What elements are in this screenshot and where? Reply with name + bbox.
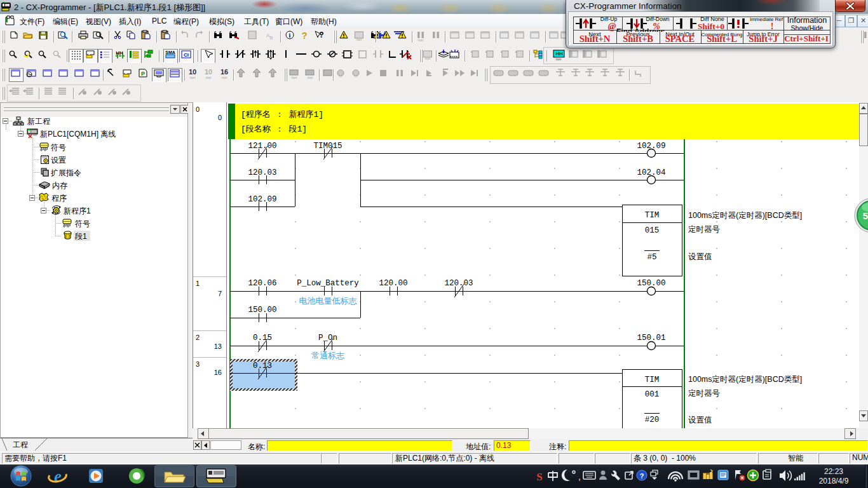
svg-text:100ms定时器(定时器)[BCD类型]: 100ms定时器(定时器)[BCD类型] [688, 375, 802, 384]
svg-text:Immediate Ref: Immediate Ref [750, 17, 783, 22]
svg-text:ron: ron [356, 37, 362, 41]
svg-text:定时器号: 定时器号 [688, 389, 720, 398]
svg-text:CI: CI [184, 52, 189, 58]
svg-text:0: 0 [218, 114, 222, 121]
svg-text:?: ? [319, 30, 323, 39]
svg-text:22:23: 22:23 [824, 467, 843, 476]
svg-text:P: P [141, 71, 145, 77]
svg-text:3: 3 [196, 360, 200, 368]
svg-text:P_On: P_On [318, 334, 337, 342]
svg-text:Shift+J: Shift+J [749, 34, 777, 44]
svg-text:TIM: TIM [645, 211, 660, 220]
svg-text:?: ? [640, 472, 644, 480]
svg-text:TIM: TIM [645, 376, 660, 384]
svg-text:120.00: 120.00 [379, 279, 407, 288]
svg-text:Show/Hide: Show/Hide [791, 24, 824, 32]
svg-text:Shift+0: Shift+0 [698, 22, 724, 31]
svg-text:S: S [536, 471, 542, 483]
svg-text:102.09: 102.09 [637, 142, 665, 151]
svg-text:%: % [653, 22, 660, 31]
svg-text:常通标志: 常通标志 [311, 351, 344, 360]
svg-text:P_Low_Battery: P_Low_Battery [297, 279, 359, 288]
svg-text:设置值: 设置值 [688, 416, 712, 424]
svg-text:ron: ron [222, 76, 227, 79]
svg-text:150.00: 150.00 [248, 306, 276, 315]
svg-text:150.01: 150.01 [637, 334, 665, 342]
svg-text:定时器号: 定时器号 [688, 225, 720, 234]
svg-text:16: 16 [220, 68, 228, 76]
svg-text:ron: ron [190, 76, 196, 79]
svg-text:120.06: 120.06 [248, 279, 276, 288]
svg-text:121.00: 121.00 [248, 142, 276, 151]
svg-text:150.00: 150.00 [637, 279, 665, 288]
svg-text:ron: ron [308, 76, 313, 79]
svg-text:!: ! [771, 22, 774, 31]
svg-text:e: e [54, 467, 62, 485]
svg-text:Shift+N: Shift+N [580, 34, 611, 44]
svg-text:7: 7 [218, 290, 222, 297]
svg-text:[程序名 ： 新程序1]: [程序名 ： 新程序1] [241, 109, 323, 119]
svg-text:53: 53 [863, 210, 868, 221]
svg-text:10: 10 [205, 68, 212, 76]
svg-text:@: @ [608, 21, 616, 31]
svg-text:AB: AB [266, 32, 273, 40]
svg-text:ron: ron [292, 76, 297, 79]
svg-text:100ms定时器(定时器)[BCD类型]: 100ms定时器(定时器)[BCD类型] [688, 211, 802, 220]
svg-text:i: i [289, 32, 291, 39]
svg-text:TIM015: TIM015 [313, 142, 342, 151]
svg-text:[段名称 ： 段1]: [段名称 ： 段1] [241, 125, 307, 134]
svg-text:?: ? [301, 30, 307, 41]
svg-text:Shift+B: Shift+B [623, 34, 653, 44]
svg-text:ron: ron [425, 57, 431, 60]
svg-text:#20: #20 [645, 416, 660, 424]
svg-text:工程: 工程 [13, 440, 28, 449]
svg-text:13: 13 [214, 342, 222, 350]
svg-text:10: 10 [189, 68, 196, 76]
svg-text:Ctrl+Shift+I: Ctrl+Shift+I [784, 34, 829, 43]
svg-text:102.09: 102.09 [248, 195, 276, 204]
svg-text:1: 1 [196, 280, 200, 287]
svg-text:120.03: 120.03 [444, 279, 473, 288]
svg-text:0: 0 [196, 105, 200, 113]
svg-text:16: 16 [214, 369, 222, 376]
svg-text:,: , [578, 471, 581, 482]
svg-text:SMA: SMA [165, 50, 175, 55]
svg-text:ron: ron [556, 57, 562, 61]
svg-text:015: 015 [645, 226, 660, 235]
svg-text:ron: ron [206, 76, 212, 79]
svg-text:SPACE: SPACE [665, 34, 695, 44]
svg-text:001: 001 [645, 390, 660, 399]
svg-text:HH: HH [555, 51, 563, 57]
svg-text:2: 2 [196, 334, 200, 341]
svg-text:102.04: 102.04 [637, 168, 665, 177]
svg-text:0.15: 0.15 [253, 334, 272, 342]
svg-text:ron: ron [418, 38, 424, 42]
svg-text:#5: #5 [647, 253, 656, 262]
svg-text:设置值: 设置值 [688, 252, 712, 261]
svg-text:2018/4/9: 2018/4/9 [819, 477, 849, 485]
svg-text:120.03: 120.03 [248, 168, 276, 177]
svg-text:Shift+L: Shift+L [707, 34, 737, 44]
svg-text:电池电量低标志: 电池电量低标志 [299, 296, 357, 306]
svg-text:0.13: 0.13 [253, 362, 272, 370]
svg-text:HH: HH [116, 50, 123, 56]
